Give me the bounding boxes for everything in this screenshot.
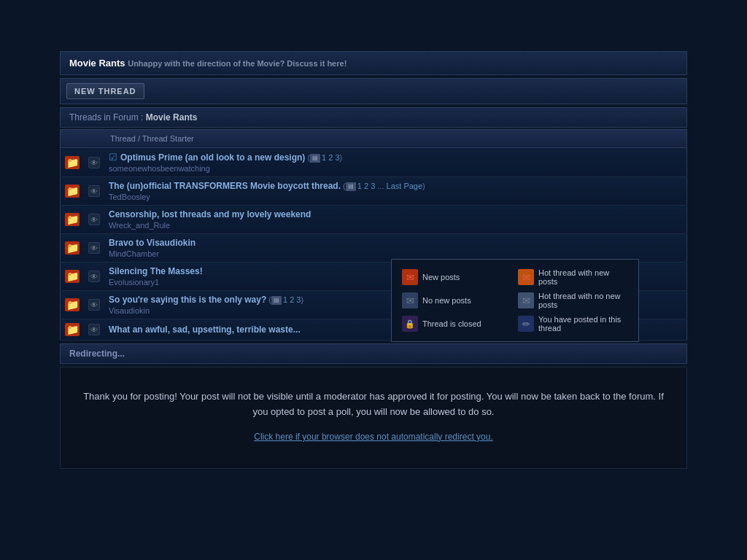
col-status-icon bbox=[61, 130, 85, 148]
hot-no-new-icon bbox=[518, 292, 534, 308]
legend-item-hot-no-new: Hot thread with no new posts bbox=[518, 290, 628, 311]
thread-watch-cell: 👁 bbox=[84, 177, 104, 206]
folder-icon: 📁 bbox=[65, 184, 80, 198]
thread-checkbox[interactable]: ☑ bbox=[109, 152, 117, 163]
watch-icon[interactable]: 👁 bbox=[88, 242, 100, 254]
thread-status-icon-cell: 📁 bbox=[61, 291, 85, 319]
thread-starter: Wreck_and_Rule bbox=[109, 221, 682, 230]
table-row: 📁👁The (un)official TRANSFORMERS Movie bo… bbox=[61, 177, 687, 206]
thread-title-link[interactable]: Optimus Prime (an old look to a new desi… bbox=[120, 152, 305, 163]
thread-title-link[interactable]: The (un)official TRANSFORMERS Movie boyc… bbox=[109, 181, 341, 191]
posted-label: You have posted in this thread bbox=[538, 315, 628, 332]
thread-title-cell: The (un)official TRANSFORMERS Movie boyc… bbox=[104, 177, 687, 206]
redirect-message: Thank you for posting! Your post will no… bbox=[75, 389, 672, 420]
posted-icon bbox=[518, 316, 534, 332]
watch-icon[interactable]: 👁 bbox=[88, 271, 100, 282]
thread-status-icon-cell: 📁 bbox=[61, 148, 85, 177]
breadcrumb-section: Movie Rants bbox=[146, 112, 198, 122]
multi-page-icon: ▤ bbox=[310, 154, 320, 163]
folder-icon: 📁 bbox=[65, 298, 80, 311]
thread-title-link[interactable]: What an awful, sad, upsetting, terrible … bbox=[109, 324, 301, 335]
no-new-icon bbox=[402, 292, 418, 308]
folder-icon: 📁 bbox=[65, 156, 80, 169]
thread-status-icon-cell: 📁 bbox=[61, 206, 85, 234]
thread-watch-cell: 👁 bbox=[84, 291, 104, 319]
thread-title-cell: Bravo to VisaudiokinMindChamber bbox=[104, 234, 687, 262]
folder-icon: 📁 bbox=[65, 323, 80, 336]
multi-page-icon: ▤ bbox=[346, 182, 356, 191]
no-new-label: No new posts bbox=[422, 296, 471, 305]
legend-item-closed: Thread is closed bbox=[402, 314, 512, 334]
thread-starter: TedBoosley bbox=[109, 192, 682, 201]
watch-icon[interactable]: 👁 bbox=[88, 185, 100, 197]
watch-icon[interactable]: 👁 bbox=[88, 157, 100, 168]
thread-title-link[interactable]: Bravo to Visaudiokin bbox=[109, 238, 196, 248]
thread-watch-cell: 👁 bbox=[84, 148, 104, 177]
legend-popup: New posts Hot thread with new posts No n… bbox=[391, 259, 639, 342]
new-posts-icon bbox=[402, 269, 418, 285]
folder-icon: 📁 bbox=[65, 270, 80, 283]
watch-icon[interactable]: 👁 bbox=[88, 324, 100, 335]
breadcrumb-threads: Threads in Forum bbox=[69, 112, 139, 122]
redirect-message-box: Thank you for posting! Your post will no… bbox=[60, 367, 687, 469]
thread-status-icon-cell: 📁 bbox=[61, 319, 85, 341]
main-container: Movie Rants Unhappy with the direction o… bbox=[60, 51, 687, 469]
watch-icon[interactable]: 👁 bbox=[88, 299, 100, 311]
toolbar: NEW THREAD bbox=[60, 78, 687, 104]
legend-item-new-posts: New posts bbox=[402, 267, 512, 287]
thread-watch-cell: 👁 bbox=[84, 234, 104, 262]
thread-watch-cell: 👁 bbox=[84, 206, 104, 234]
thread-starter-col-link[interactable]: Thread Starter bbox=[142, 134, 194, 143]
thread-col-link[interactable]: Thread bbox=[110, 134, 136, 143]
section-header: Threads in Forum : Movie Rants bbox=[60, 107, 687, 128]
legend-item-hot-new: Hot thread with new posts bbox=[518, 267, 628, 287]
thread-starter: MindChamber bbox=[109, 249, 682, 258]
thread-status-icon-cell: 📁 bbox=[61, 177, 85, 206]
thread-page-links: (▤1 2 3) bbox=[266, 295, 303, 304]
new-posts-label: New posts bbox=[422, 273, 460, 281]
forum-name: Movie Rants bbox=[69, 58, 125, 69]
closed-label: Thread is closed bbox=[422, 319, 481, 328]
redirecting-label: Redirecting... bbox=[69, 349, 125, 359]
table-row: 📁👁Censorship, lost threads and my lovely… bbox=[61, 206, 687, 234]
legend-grid: New posts Hot thread with new posts No n… bbox=[402, 267, 628, 334]
page-link-1[interactable]: 1 bbox=[357, 182, 362, 190]
closed-icon bbox=[402, 316, 418, 332]
thread-title-link[interactable]: Censorship, lost threads and my lovely w… bbox=[109, 209, 311, 219]
redirecting-bar: Redirecting... bbox=[60, 343, 687, 364]
table-header-row: Thread / Thread Starter bbox=[61, 130, 687, 148]
watch-icon[interactable]: 👁 bbox=[88, 214, 100, 225]
thread-title-cell: Censorship, lost threads and my lovely w… bbox=[104, 206, 687, 234]
thread-title-link[interactable]: So you're saying this is the only way? bbox=[109, 295, 266, 305]
table-row: 📁👁Bravo to VisaudiokinMindChamber bbox=[61, 234, 687, 262]
forum-description: Unhappy with the direction of the Movie?… bbox=[128, 59, 347, 68]
new-thread-button[interactable]: NEW THREAD bbox=[66, 83, 144, 99]
multi-page-icon: ▤ bbox=[271, 296, 282, 305]
thread-title-link[interactable]: Silencing The Masses! bbox=[109, 266, 203, 276]
hot-new-label: Hot thread with new posts bbox=[538, 268, 628, 286]
folder-icon: 📁 bbox=[65, 213, 80, 226]
thread-starter: someonewhosbeenwatching bbox=[109, 164, 682, 173]
col-thread-header: Thread / Thread Starter bbox=[104, 130, 687, 148]
thread-page-links: (▤1 2 3 ... Last Page) bbox=[341, 182, 425, 190]
legend-item-no-new: No new posts bbox=[402, 290, 512, 311]
folder-icon: 📁 bbox=[65, 241, 80, 254]
thread-watch-cell: 👁 bbox=[84, 319, 104, 341]
hot-no-new-label: Hot thread with no new posts bbox=[538, 292, 628, 309]
thread-watch-cell: 👁 bbox=[84, 262, 104, 291]
hot-new-icon bbox=[518, 269, 534, 285]
thread-status-icon-cell: 📁 bbox=[61, 234, 85, 262]
legend-item-posted: You have posted in this thread bbox=[518, 314, 628, 334]
thread-page-links: (▤1 2 3) bbox=[305, 153, 342, 162]
redirect-link[interactable]: Click here if your browser does not auto… bbox=[254, 432, 492, 442]
thread-status-icon-cell: 📁 bbox=[61, 262, 85, 291]
page-link-last[interactable]: Last Page bbox=[387, 182, 423, 190]
thread-title-cell: ☑Optimus Prime (an old look to a new des… bbox=[104, 148, 687, 177]
table-row: 📁👁☑Optimus Prime (an old look to a new d… bbox=[61, 148, 687, 177]
col-watch bbox=[84, 130, 104, 148]
forum-header: Movie Rants Unhappy with the direction o… bbox=[60, 51, 687, 75]
